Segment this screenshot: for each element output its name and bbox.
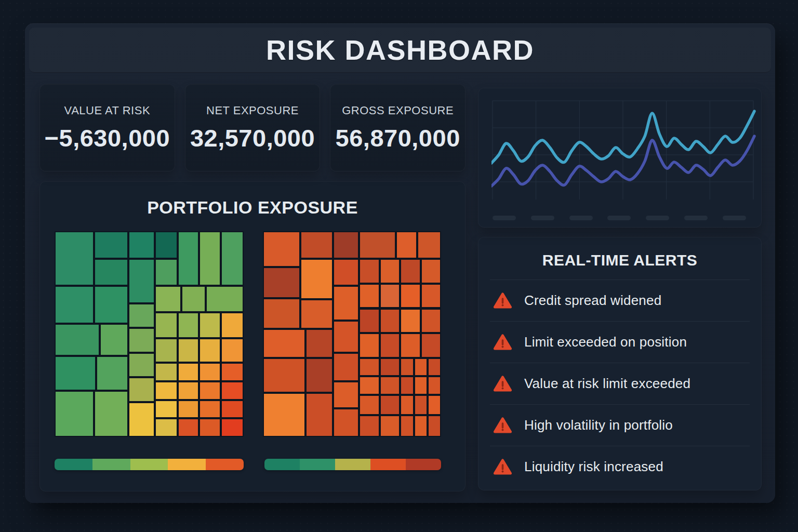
treemap-tile[interactable] bbox=[178, 363, 200, 381]
treemap-tile[interactable] bbox=[128, 328, 155, 353]
treemap-tile[interactable] bbox=[128, 402, 155, 437]
treemap-tile[interactable] bbox=[263, 393, 305, 437]
treemap-tile[interactable] bbox=[359, 309, 379, 334]
treemap-tile[interactable] bbox=[155, 231, 178, 259]
treemap-tile[interactable] bbox=[359, 415, 379, 437]
treemap-tile[interactable] bbox=[100, 324, 128, 355]
treemap-tile[interactable] bbox=[55, 391, 94, 437]
treemap-tile[interactable] bbox=[380, 376, 400, 395]
treemap-tile[interactable] bbox=[300, 259, 333, 299]
treemap-tile[interactable] bbox=[421, 333, 441, 358]
treemap-tile[interactable] bbox=[359, 358, 379, 377]
treemap-tile[interactable] bbox=[414, 376, 428, 395]
treemap-tile[interactable] bbox=[414, 358, 428, 377]
treemap-tile[interactable] bbox=[380, 358, 400, 377]
treemap-tile[interactable] bbox=[155, 418, 178, 437]
treemap-tile[interactable] bbox=[178, 338, 200, 363]
treemap-tile[interactable] bbox=[400, 333, 420, 358]
treemap-tile[interactable] bbox=[94, 286, 128, 324]
treemap-tile[interactable] bbox=[155, 312, 178, 338]
trend-chart[interactable] bbox=[491, 100, 756, 210]
treemap-tile[interactable] bbox=[305, 393, 333, 437]
treemap-tile[interactable] bbox=[380, 259, 400, 284]
treemap-tile[interactable] bbox=[414, 415, 428, 437]
treemap-tile[interactable] bbox=[263, 231, 300, 267]
treemap-tile[interactable] bbox=[155, 363, 178, 381]
alert-row[interactable]: Credit spread widened bbox=[490, 280, 750, 321]
treemap-tile[interactable] bbox=[400, 358, 414, 377]
treemap-tile[interactable] bbox=[333, 286, 359, 321]
treemap-tile[interactable] bbox=[221, 231, 244, 286]
treemap-tile[interactable] bbox=[396, 231, 417, 259]
treemap-tile[interactable] bbox=[178, 418, 200, 437]
treemap-tile[interactable] bbox=[428, 358, 441, 377]
treemap-tile[interactable] bbox=[333, 353, 359, 381]
treemap-tile[interactable] bbox=[263, 329, 305, 357]
treemap-tile[interactable] bbox=[155, 259, 178, 285]
treemap-tile[interactable] bbox=[333, 259, 359, 285]
treemap-tile[interactable] bbox=[359, 333, 379, 358]
treemap-tile[interactable] bbox=[199, 363, 221, 381]
treemap-tile[interactable] bbox=[359, 259, 379, 284]
treemap-tile[interactable] bbox=[414, 395, 428, 416]
treemap-tile[interactable] bbox=[96, 356, 128, 391]
treemap-tile[interactable] bbox=[359, 284, 379, 309]
treemap-tile[interactable] bbox=[400, 309, 420, 334]
treemap-tile[interactable] bbox=[55, 356, 96, 391]
alert-row[interactable]: High volatility in portfolio bbox=[490, 404, 750, 446]
treemap-tile[interactable] bbox=[359, 376, 379, 395]
treemap-tile[interactable] bbox=[400, 415, 414, 437]
treemap-tile[interactable] bbox=[428, 395, 441, 416]
treemap-tile[interactable] bbox=[94, 231, 128, 259]
treemap-tile[interactable] bbox=[305, 358, 333, 393]
treemap-tile[interactable] bbox=[55, 231, 94, 286]
treemap-tile[interactable] bbox=[128, 377, 155, 402]
treemap-tile[interactable] bbox=[178, 400, 200, 419]
treemap-tile[interactable] bbox=[380, 309, 400, 334]
treemap-tile[interactable] bbox=[428, 415, 441, 437]
treemap-tile[interactable] bbox=[400, 376, 414, 395]
treemap-tile[interactable] bbox=[380, 415, 400, 437]
treemap-tile[interactable] bbox=[128, 231, 155, 259]
treemap-tile[interactable] bbox=[300, 231, 333, 259]
treemap-tile[interactable] bbox=[263, 298, 300, 329]
treemap-tile[interactable] bbox=[333, 231, 359, 259]
treemap-tile[interactable] bbox=[55, 286, 94, 324]
treemap-tile[interactable] bbox=[421, 259, 441, 284]
treemap-tile[interactable] bbox=[333, 321, 359, 352]
treemap-tile[interactable] bbox=[380, 284, 400, 309]
treemap-tile[interactable] bbox=[305, 329, 333, 357]
treemap-tile[interactable] bbox=[417, 231, 441, 259]
treemap-tile[interactable] bbox=[128, 353, 155, 378]
treemap-tile[interactable] bbox=[221, 418, 244, 437]
treemap-tile[interactable] bbox=[155, 286, 181, 312]
treemap-tile[interactable] bbox=[359, 395, 379, 416]
treemap-tile[interactable] bbox=[421, 284, 441, 309]
treemap-tile[interactable] bbox=[155, 400, 178, 419]
treemap-tile[interactable] bbox=[178, 312, 200, 338]
treemap-tile[interactable] bbox=[94, 391, 128, 437]
treemap-tile[interactable] bbox=[199, 338, 221, 363]
treemap-tile[interactable] bbox=[400, 284, 420, 309]
treemap-tile[interactable] bbox=[55, 324, 100, 355]
treemap-tile[interactable] bbox=[206, 286, 244, 312]
treemap-tile[interactable] bbox=[128, 303, 155, 328]
treemap-tile[interactable] bbox=[199, 231, 221, 286]
alert-row[interactable]: Liquidity risk increased bbox=[490, 446, 750, 487]
treemap-tile[interactable] bbox=[380, 333, 400, 358]
treemap-tile[interactable] bbox=[400, 395, 414, 416]
treemap-tile[interactable] bbox=[221, 312, 244, 338]
treemap-tile[interactable] bbox=[221, 363, 244, 381]
alert-row[interactable]: Value at risk limit exceeded bbox=[490, 363, 750, 404]
treemap-tile[interactable] bbox=[400, 259, 420, 284]
treemap-tile[interactable] bbox=[300, 299, 333, 329]
treemap-tile[interactable] bbox=[263, 267, 300, 298]
treemap-tile[interactable] bbox=[380, 395, 400, 416]
treemap-tile[interactable] bbox=[421, 309, 441, 334]
treemap-tile[interactable] bbox=[199, 312, 221, 338]
treemap-tile[interactable] bbox=[333, 381, 359, 408]
treemap-tile[interactable] bbox=[333, 408, 359, 437]
treemap-tile[interactable] bbox=[263, 358, 305, 393]
treemap-tile[interactable] bbox=[181, 286, 206, 312]
treemap-tile[interactable] bbox=[155, 338, 178, 363]
